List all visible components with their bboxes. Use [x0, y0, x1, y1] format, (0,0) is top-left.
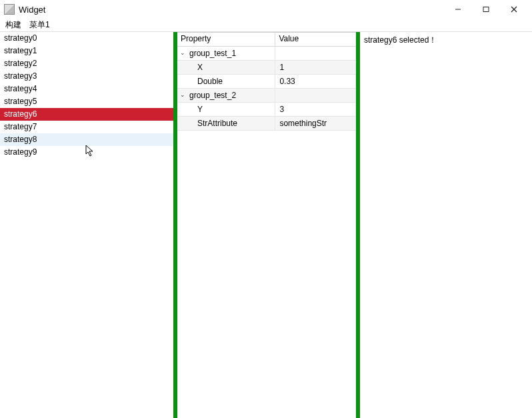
property-value-cell[interactable]: 3: [275, 103, 356, 116]
property-value: 1: [279, 61, 284, 75]
property-key-cell: Y: [177, 103, 275, 116]
list-item[interactable]: strategy1: [0, 45, 173, 57]
property-key: X: [197, 61, 203, 75]
property-key: Double: [197, 75, 223, 89]
status-message: strategy6 selected！: [364, 35, 437, 45]
list-item[interactable]: strategy5: [0, 95, 173, 108]
minimize-icon: [455, 6, 461, 13]
property-row[interactable]: StrAttributesomethingStr: [177, 117, 356, 131]
property-group-label-cell: ⌄group_test_2: [177, 89, 275, 102]
property-header-row: Property Value: [177, 33, 356, 47]
property-tree: ⌄group_test_1X1Double0.33⌄group_test_2Y3…: [177, 47, 356, 131]
property-group-row[interactable]: ⌄group_test_2: [177, 89, 356, 103]
list-item[interactable]: strategy6: [0, 108, 173, 121]
property-header-property[interactable]: Property: [177, 33, 275, 46]
svg-rect-1: [483, 7, 489, 12]
property-value: 0.33: [279, 75, 295, 89]
minimize-button[interactable]: [444, 1, 472, 18]
property-group-label: group_test_1: [189, 47, 236, 61]
list-item[interactable]: strategy4: [0, 83, 173, 95]
property-group-label-cell: ⌄group_test_1: [177, 47, 275, 60]
property-group-value-cell: [275, 89, 356, 102]
close-icon: [511, 6, 517, 13]
app-icon: [4, 4, 15, 15]
titlebar: Widget: [0, 0, 532, 19]
menu-1[interactable]: 菜单1: [27, 19, 55, 31]
list-item[interactable]: strategy3: [0, 70, 173, 83]
content-area: strategy0strategy1strategy2strategy3stra…: [0, 32, 532, 418]
strategy-list-panel: strategy0strategy1strategy2strategy3stra…: [0, 32, 173, 418]
list-item[interactable]: strategy7: [0, 121, 173, 133]
window-controls: [444, 1, 528, 18]
property-header-value[interactable]: Value: [275, 33, 356, 46]
expand-arrow-icon[interactable]: ⌄: [180, 46, 187, 60]
property-value-cell[interactable]: 1: [275, 61, 356, 74]
status-panel: strategy6 selected！: [360, 32, 532, 418]
close-button[interactable]: [500, 1, 528, 18]
property-group-label: group_test_2: [189, 89, 236, 103]
maximize-button[interactable]: [472, 1, 500, 18]
property-value-cell[interactable]: 0.33: [275, 75, 356, 88]
property-group-value-cell: [275, 47, 356, 60]
property-row[interactable]: X1: [177, 61, 356, 75]
property-panel: Property Value ⌄group_test_1X1Double0.33…: [177, 32, 356, 418]
property-row[interactable]: Y3: [177, 103, 356, 117]
property-row[interactable]: Double0.33: [177, 75, 356, 89]
window-title: Widget: [19, 5, 45, 15]
property-key: Y: [197, 103, 203, 117]
property-key-cell: StrAttribute: [177, 117, 275, 130]
list-item[interactable]: strategy2: [0, 57, 173, 70]
list-item[interactable]: strategy9: [0, 146, 173, 159]
list-item[interactable]: strategy8: [0, 133, 173, 146]
list-item[interactable]: strategy0: [0, 32, 173, 45]
property-value: somethingStr: [279, 117, 327, 131]
property-value: 3: [279, 103, 284, 117]
maximize-icon: [483, 6, 489, 13]
menu-build[interactable]: 构建: [3, 19, 27, 31]
property-key: StrAttribute: [197, 117, 237, 131]
property-value-cell[interactable]: somethingStr: [275, 117, 356, 130]
property-key-cell: Double: [177, 75, 275, 88]
property-group-row[interactable]: ⌄group_test_1: [177, 47, 356, 61]
menubar: 构建 菜单1: [0, 19, 532, 32]
property-key-cell: X: [177, 61, 275, 74]
expand-arrow-icon[interactable]: ⌄: [180, 88, 187, 102]
